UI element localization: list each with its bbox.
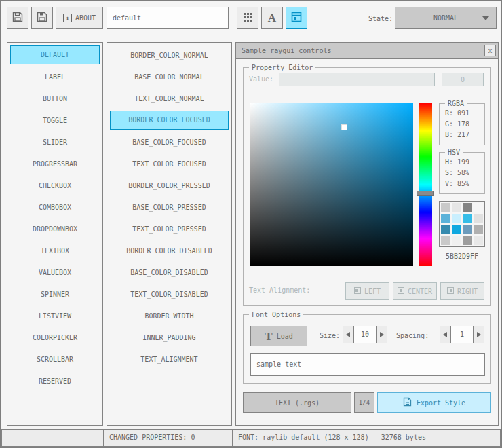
size-label: Size:	[320, 326, 340, 346]
properties-list-item[interactable]: TEXT_COLOR_NORMAL	[110, 89, 229, 108]
controls-list-item[interactable]: BUTTON	[10, 89, 100, 108]
properties-list-item[interactable]: TEXT_ALIGNMENT	[110, 350, 229, 369]
controls-list-item[interactable]: SPINNER	[10, 284, 100, 303]
controls-list-item[interactable]: VALUEBOX	[10, 263, 100, 282]
export-file-icon	[403, 397, 412, 408]
color-swatch[interactable]	[474, 203, 483, 212]
properties-list-item[interactable]: TEXT_COLOR_FOCUSED	[110, 154, 229, 173]
color-swatch[interactable]	[441, 236, 450, 245]
size-increment-button[interactable]	[376, 326, 387, 343]
hex-color-value: 5BB2D9FF	[439, 253, 485, 260]
color-swatch[interactable]	[441, 203, 450, 212]
rguistyler-window: i ABOUT A State: NORMAL DEFAULTLABELBUTT…	[0, 0, 502, 448]
properties-list-item[interactable]: BASE_COLOR_DISABLED	[110, 263, 229, 282]
font-button[interactable]: A	[261, 7, 283, 29]
controls-list-item[interactable]: SCROLLBAR	[10, 350, 100, 369]
style-table-button[interactable]	[286, 7, 307, 29]
statusbar-cell-empty	[1, 429, 104, 447]
color-swatch[interactable]	[474, 225, 483, 234]
controls-list-item[interactable]: LISTVIEW	[10, 306, 100, 325]
properties-list-item[interactable]: BASE_COLOR_PRESSED	[110, 198, 229, 217]
hsv-box-label: HSV	[445, 149, 463, 156]
close-icon[interactable]: x	[484, 45, 496, 56]
spacing-increment-button[interactable]	[474, 326, 484, 343]
rgba-box-label: RGBA	[445, 100, 467, 107]
new-style-button[interactable]	[7, 7, 28, 29]
controls-list-item[interactable]: COLORPICKER	[10, 328, 100, 347]
controls-list-item[interactable]: PROGRESSBAR	[10, 154, 100, 173]
about-button-label: ABOUT	[75, 14, 96, 22]
controls-list: DEFAULTLABELBUTTONTOGGLESLIDERPROGRESSBA…	[7, 42, 103, 426]
state-label: State:	[368, 15, 393, 22]
align-right-button[interactable]: RIGHT	[440, 282, 484, 300]
color-swatch[interactable]	[463, 214, 472, 223]
size-value[interactable]: 10	[353, 326, 376, 343]
color-swatch[interactable]	[474, 214, 483, 223]
floppy-disk-icon	[12, 12, 23, 24]
color-swatch[interactable]	[452, 203, 461, 212]
arrow-left-icon	[346, 332, 350, 337]
value-input[interactable]	[279, 73, 435, 86]
hsv-v-value: V: 85%	[445, 179, 484, 189]
properties-list-item[interactable]: BORDER_WIDTH	[110, 306, 229, 325]
export-pager-button[interactable]: 1/4	[354, 392, 374, 413]
hue-bar[interactable]	[419, 103, 432, 266]
value-apply-button[interactable]: 0	[442, 73, 484, 86]
color-swatch[interactable]	[441, 214, 450, 223]
export-style-label: Export Style	[417, 399, 465, 407]
about-button[interactable]: i ABOUT	[56, 7, 103, 29]
align-left-button[interactable]: LEFT	[345, 282, 389, 300]
color-swatch[interactable]	[463, 203, 472, 212]
properties-list-item[interactable]: BORDER_COLOR_DISABLED	[110, 241, 229, 260]
properties-list: BORDER_COLOR_NORMALBASE_COLOR_NORMALTEXT…	[107, 42, 232, 426]
color-swatch[interactable]	[441, 225, 450, 234]
properties-list-item[interactable]: BORDER_COLOR_PRESSED	[110, 176, 229, 195]
color-swatch[interactable]	[452, 236, 461, 245]
properties-list-item[interactable]: BASE_COLOR_FOCUSED	[110, 132, 229, 151]
save-style-button[interactable]	[31, 7, 53, 29]
sample-window-titlebar[interactable]: Sample raygui controls x	[236, 43, 498, 59]
export-style-button[interactable]: Export Style	[377, 392, 491, 413]
color-swatch[interactable]	[452, 225, 461, 234]
sample-text-input[interactable]: sample text	[250, 353, 485, 376]
export-format-button[interactable]: TEXT (.rgs)	[243, 392, 351, 413]
controls-list-item[interactable]: RESERVED	[10, 371, 100, 390]
color-swatch[interactable]	[463, 236, 472, 245]
properties-list-item[interactable]: TEXT_COLOR_DISABLED	[110, 284, 229, 303]
color-picker-area[interactable]	[250, 103, 413, 266]
rgba-g-value: G: 178	[445, 119, 484, 130]
controls-list-item[interactable]: SLIDER	[10, 132, 100, 151]
controls-list-item[interactable]: LABEL	[10, 67, 100, 86]
color-swatch[interactable]	[452, 214, 461, 223]
color-swatch[interactable]	[463, 225, 472, 234]
hue-slider-handle[interactable]	[417, 191, 434, 196]
font-load-label: Load	[277, 333, 293, 340]
style-name-input[interactable]	[107, 7, 229, 29]
align-right-label: RIGHT	[457, 288, 478, 295]
controls-list-item[interactable]: TEXTBOX	[10, 241, 100, 260]
align-center-button[interactable]: CENTER	[393, 282, 437, 300]
controls-list-item[interactable]: CHECKBOX	[10, 176, 100, 195]
spacing-decrement-button[interactable]	[440, 326, 450, 343]
picker-cursor[interactable]	[341, 124, 347, 130]
controls-list-item[interactable]: TOGGLE	[10, 111, 100, 130]
color-swatch[interactable]	[474, 236, 483, 245]
controls-list-item[interactable]: COMBOBOX	[10, 198, 100, 217]
size-decrement-button[interactable]	[343, 326, 353, 343]
spacing-value[interactable]: 1	[450, 326, 474, 343]
grid-icon	[243, 12, 253, 24]
controls-list-item[interactable]: DROPDOWNBOX	[10, 219, 100, 238]
text-alignment-label: Text Alignment:	[249, 286, 310, 294]
properties-list-item[interactable]: BORDER_COLOR_FOCUSED	[110, 111, 229, 130]
property-editor-group: Property Editor Value: 0 RGBA R: 091 G: …	[243, 67, 491, 306]
properties-list-item[interactable]: TEXT_COLOR_PRESSED	[110, 219, 229, 238]
controls-list-item[interactable]: DEFAULT	[10, 45, 100, 64]
grid-view-button[interactable]	[237, 7, 258, 29]
properties-list-item[interactable]: INNER_PADDING	[110, 328, 229, 347]
align-center-icon	[398, 287, 404, 295]
hsv-s-value: S: 58%	[445, 168, 484, 179]
properties-list-item[interactable]: BASE_COLOR_NORMAL	[110, 67, 229, 86]
properties-list-item[interactable]: BORDER_COLOR_NORMAL	[110, 45, 229, 64]
font-load-button[interactable]: T Load	[250, 326, 307, 346]
state-dropdown[interactable]: NORMAL	[395, 7, 497, 29]
